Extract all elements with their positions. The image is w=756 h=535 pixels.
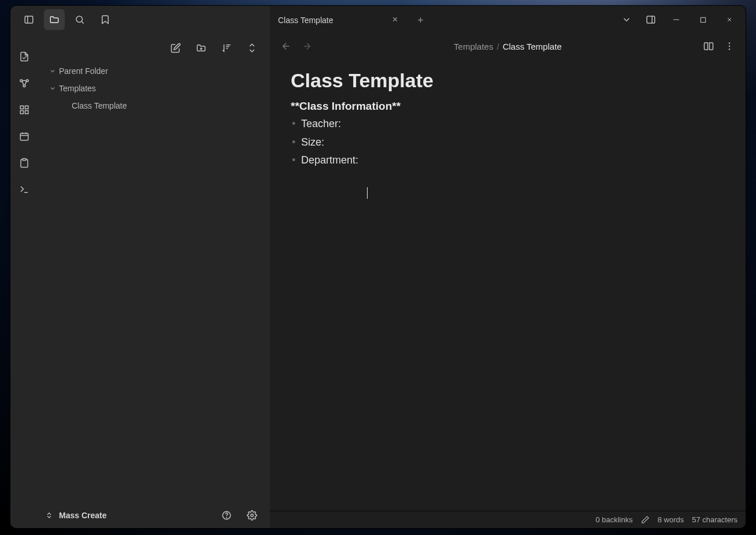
svg-line-17	[22, 81, 24, 85]
files-tab-icon[interactable]	[44, 9, 65, 30]
breadcrumb: Templates / Class Template	[318, 42, 697, 51]
window-close-button[interactable]	[717, 8, 742, 31]
graph-view-icon[interactable]	[14, 73, 35, 94]
svg-line-3	[81, 21, 83, 23]
svg-rect-23	[25, 111, 28, 114]
tree-label: Class Template	[72, 101, 127, 110]
svg-rect-11	[701, 17, 705, 22]
main-pane: Templates / Class Template Class Templat…	[270, 34, 746, 528]
nav-back-icon[interactable]	[277, 37, 295, 55]
sort-icon[interactable]	[217, 38, 236, 58]
tab-bar: Class Template	[270, 6, 746, 34]
svg-rect-0	[25, 16, 33, 23]
bullet-list[interactable]: Teacher: Size: Department:	[291, 115, 725, 170]
breadcrumb-current[interactable]: Class Template	[503, 42, 562, 51]
svg-point-38	[729, 46, 730, 47]
search-icon[interactable]	[69, 9, 90, 30]
ribbon	[10, 34, 38, 528]
breadcrumb-sep: /	[496, 42, 499, 51]
svg-rect-20	[20, 106, 23, 109]
sidebar-footer: Mass Create	[38, 503, 270, 528]
help-icon[interactable]	[218, 507, 235, 524]
titlebar-drag-region[interactable]	[432, 6, 615, 34]
more-options-icon[interactable]	[720, 37, 739, 55]
quick-switcher-icon[interactable]	[14, 46, 35, 67]
list-item[interactable]: Department:	[301, 151, 725, 170]
new-tab-button[interactable]	[409, 6, 432, 34]
breadcrumb-parent[interactable]: Templates	[454, 42, 493, 51]
sidebar-actions	[38, 34, 270, 62]
app-body: Parent Folder Templates Class Template M…	[10, 34, 746, 528]
text-cursor	[367, 187, 368, 199]
svg-point-16	[23, 85, 25, 87]
settings-icon[interactable]	[243, 507, 261, 524]
chevron-down-icon	[49, 68, 57, 75]
tab-dropdown-icon[interactable]	[617, 9, 636, 30]
canvas-icon[interactable]	[14, 99, 35, 120]
tab-title: Class Template	[278, 16, 333, 25]
tab-class-template[interactable]: Class Template	[270, 6, 409, 34]
templates-icon[interactable]	[14, 153, 35, 173]
titlebar-left	[10, 6, 270, 34]
svg-point-34	[251, 514, 254, 517]
daily-note-icon[interactable]	[14, 126, 35, 147]
sidebar: Parent Folder Templates Class Template M…	[38, 34, 270, 528]
svg-line-18	[25, 81, 27, 85]
titlebar: Class Template	[10, 6, 746, 34]
editor[interactable]: Class Template **Class Information** Tea…	[270, 59, 746, 511]
main-toolbar: Templates / Class Template	[270, 34, 746, 59]
list-item[interactable]: Teacher:	[301, 115, 725, 133]
svg-rect-24	[20, 133, 28, 140]
titlebar-right	[615, 6, 746, 34]
tree-label: Templates	[59, 84, 96, 93]
svg-rect-22	[20, 111, 23, 114]
svg-point-2	[76, 16, 83, 23]
tree-label: Parent Folder	[59, 66, 108, 76]
close-icon[interactable]	[390, 14, 401, 27]
svg-point-37	[729, 43, 730, 44]
svg-rect-28	[23, 159, 26, 161]
app-window: Class Template	[10, 6, 746, 528]
svg-point-33	[227, 517, 227, 518]
status-backlinks[interactable]: 0 backlinks	[595, 515, 632, 524]
reading-view-icon[interactable]	[699, 37, 718, 55]
new-folder-icon[interactable]	[191, 38, 211, 58]
file-tree[interactable]: Parent Folder Templates Class Template	[38, 62, 270, 503]
vault-switcher[interactable]: Mass Create	[45, 511, 107, 520]
nav-forward-icon[interactable]	[298, 37, 316, 55]
bookmark-icon[interactable]	[95, 9, 116, 30]
svg-rect-8	[647, 16, 655, 23]
left-panel-toggle-icon[interactable]	[18, 9, 39, 30]
new-note-icon[interactable]	[166, 38, 186, 58]
status-chars[interactable]: 57 characters	[692, 515, 738, 524]
note-title[interactable]: Class Template	[291, 69, 725, 92]
info-header[interactable]: **Class Information**	[291, 100, 725, 113]
status-words[interactable]: 8 words	[658, 515, 684, 524]
minimize-button[interactable]	[664, 8, 689, 31]
right-panel-toggle-icon[interactable]	[642, 9, 660, 30]
tree-file-class-template[interactable]: Class Template	[44, 97, 264, 114]
chevron-down-icon	[49, 85, 57, 92]
tree-folder-templates[interactable]: Templates	[44, 80, 264, 97]
svg-point-39	[729, 49, 730, 50]
status-bar: 0 backlinks 8 words 57 characters	[270, 511, 746, 528]
command-palette-icon[interactable]	[14, 179, 35, 200]
tree-folder-parent[interactable]: Parent Folder	[44, 62, 264, 80]
collapse-icon[interactable]	[242, 38, 262, 58]
maximize-button[interactable]	[690, 8, 716, 31]
svg-rect-21	[25, 106, 28, 109]
vault-name: Mass Create	[59, 511, 107, 520]
list-item[interactable]: Size:	[301, 133, 725, 152]
edit-mode-icon[interactable]	[641, 515, 650, 524]
